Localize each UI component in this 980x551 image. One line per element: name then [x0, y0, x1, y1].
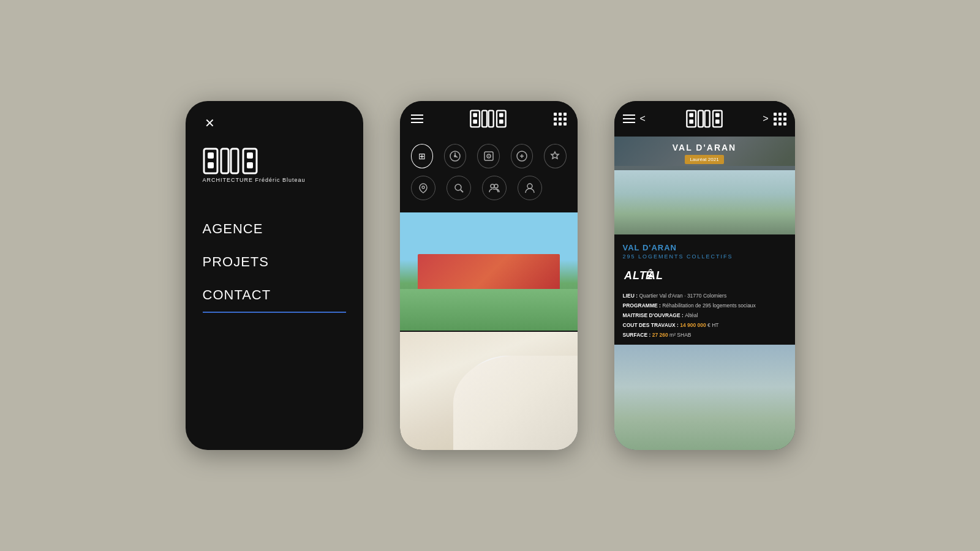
svg-point-23 — [455, 184, 461, 190]
project-image-plaza — [400, 212, 578, 331]
filter-user-icon[interactable] — [518, 176, 542, 200]
project-image-grid — [400, 212, 578, 450]
project-details-table: LIEU : Quartier Val d'Aran · 31770 Colom… — [623, 293, 786, 339]
svg-rect-2 — [208, 162, 214, 168]
detail-hamburger-icon[interactable] — [623, 114, 635, 123]
svg-point-17 — [454, 155, 456, 157]
svg-rect-29 — [689, 113, 693, 118]
laureat-badge: Lauréat 2021 — [685, 155, 723, 164]
svg-text:Ê: Ê — [646, 269, 654, 282]
nav-agence[interactable]: AGENCE — [203, 212, 346, 246]
svg-rect-10 — [473, 119, 477, 124]
project-title: VAL D'ARAN — [620, 143, 789, 152]
filter-category4-icon[interactable] — [544, 144, 566, 168]
svg-point-22 — [422, 186, 424, 189]
project-hero-image: VAL D'ARAN Lauréat 2021 — [614, 137, 795, 234]
svg-rect-12 — [489, 111, 494, 127]
filter-team-icon[interactable] — [482, 176, 507, 200]
navigation-menu: AGENCE PROJETS CONTACT — [203, 212, 346, 313]
svg-rect-11 — [482, 111, 487, 127]
svg-text:ALT: ALT — [624, 269, 647, 282]
filter-section: ⊞ — [400, 137, 578, 212]
aed-logo-detail-header — [686, 110, 723, 128]
svg-rect-35 — [715, 119, 720, 124]
svg-rect-30 — [689, 119, 693, 124]
svg-point-20 — [488, 156, 489, 157]
filter-category2-icon[interactable] — [477, 144, 499, 168]
detail-apps-icon[interactable] — [774, 113, 786, 126]
project-info-section: VAL D'ARAN 295 LOGEMENTS COLLECTIFS ALT … — [614, 234, 795, 345]
detail-surface: SURFACE : 27 260 m² SHAB — [623, 332, 786, 339]
svg-rect-14 — [499, 113, 503, 118]
client-logo: ALT AL Ê — [623, 266, 786, 285]
svg-rect-34 — [715, 113, 720, 118]
filter-row-2 — [411, 176, 567, 200]
detail-programme: PROGRAMME : Réhabilitation de 295 logeme… — [623, 302, 786, 310]
phone-menu: ✕ ARCHITECTURE Frédéric Bluteau AGENCE P… — [186, 101, 363, 450]
phone-detail: < > VAL D'ARAN Lauréat 2021 — [614, 101, 795, 450]
filter-category1-icon[interactable] — [444, 144, 466, 168]
header-left-nav: < — [623, 113, 646, 124]
filter-grid-icon[interactable]: ⊞ — [411, 144, 433, 168]
svg-rect-1 — [208, 152, 214, 159]
nav-projets[interactable]: PROJETS — [203, 246, 346, 279]
apps-grid-icon[interactable] — [554, 113, 567, 126]
logo-tagline: ARCHITECTURE Frédéric Bluteau — [203, 177, 306, 183]
hamburger-icon[interactable] — [411, 114, 423, 123]
filter-category3-icon[interactable] — [511, 144, 533, 168]
project-name: VAL D'ARAN — [623, 243, 786, 252]
close-button[interactable]: ✕ — [203, 116, 217, 130]
alteal-logo-svg: ALT AL Ê — [623, 266, 666, 283]
svg-rect-6 — [247, 152, 253, 159]
svg-rect-9 — [473, 113, 477, 118]
svg-line-24 — [461, 190, 463, 192]
forward-arrow-icon[interactable]: > — [763, 113, 768, 124]
back-arrow-icon[interactable]: < — [640, 113, 646, 124]
aed-logo-mark — [203, 148, 258, 174]
grid-header — [400, 101, 578, 137]
logo-section: ARCHITECTURE Frédéric Bluteau — [203, 148, 346, 183]
svg-rect-31 — [698, 111, 703, 127]
header-right-nav: > — [763, 113, 786, 126]
project-subtitle: 295 LOGEMENTS COLLECTIFS — [623, 253, 786, 260]
detail-cout: COUT DES TRAVAUX : 14 900 000 € HT — [623, 322, 786, 329]
detail-header: < > — [614, 101, 795, 137]
svg-point-27 — [527, 184, 532, 189]
svg-point-25 — [491, 184, 494, 188]
project-bottom-image — [614, 345, 795, 450]
svg-rect-3 — [221, 149, 228, 173]
nav-contact[interactable]: CONTACT — [203, 279, 346, 313]
svg-point-26 — [494, 184, 498, 188]
close-icon: ✕ — [205, 116, 215, 130]
project-title-overlay: VAL D'ARAN Lauréat 2021 — [614, 137, 795, 170]
svg-rect-7 — [247, 162, 253, 168]
filter-row-1: ⊞ — [411, 144, 567, 168]
svg-rect-32 — [704, 111, 709, 127]
project-image-building — [400, 332, 578, 450]
filter-map-icon[interactable] — [411, 176, 435, 200]
detail-maitrise: MAITRISE D'OUVRAGE : Altéal — [623, 312, 786, 320]
phone-grid: ⊞ — [400, 101, 578, 450]
svg-rect-4 — [231, 149, 238, 173]
svg-rect-15 — [499, 119, 503, 124]
detail-lieu: LIEU : Quartier Val d'Aran · 31770 Colom… — [623, 293, 786, 300]
aed-logo-header — [470, 110, 507, 128]
filter-search-icon[interactable] — [447, 176, 471, 200]
